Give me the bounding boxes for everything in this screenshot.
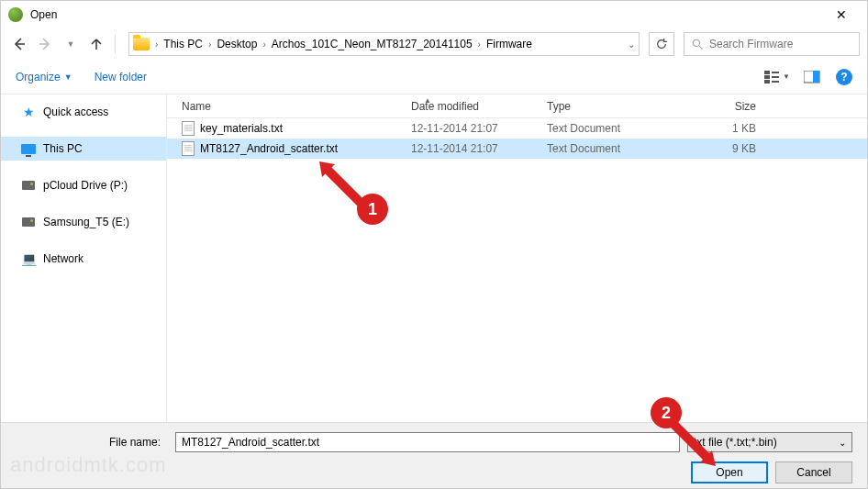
svg-rect-3 xyxy=(764,80,770,83)
file-list: ▲ Name Date modified Type Size key_mater… xyxy=(167,94,867,425)
search-placeholder: Search Firmware xyxy=(709,38,793,50)
main-area: ★ Quick access This PC pCloud Drive (P:)… xyxy=(1,94,867,425)
sidebar-label: This PC xyxy=(43,142,83,155)
sidebar-network[interactable]: 💻 Network xyxy=(1,247,166,271)
sidebar-quick-access[interactable]: ★ Quick access xyxy=(1,100,166,124)
file-name: MT8127_Android_scatter.txt xyxy=(200,142,411,155)
file-name: key_materials.txt xyxy=(200,122,411,135)
breadcrumb-part[interactable]: Desktop xyxy=(217,38,257,50)
chevron-down-icon[interactable]: ⌄ xyxy=(628,39,635,50)
column-name[interactable]: Name xyxy=(182,100,411,113)
drive-icon xyxy=(22,217,35,227)
help-button[interactable]: ? xyxy=(836,69,852,85)
sidebar-samsung-drive[interactable]: Samsung_T5 (E:) xyxy=(1,210,166,234)
column-size[interactable]: Size xyxy=(683,100,756,113)
network-icon: 💻 xyxy=(21,251,37,266)
open-button[interactable]: Open xyxy=(691,461,768,483)
breadcrumb-part[interactable]: Archos_101C_Neon_MT8127_20141105 xyxy=(272,38,473,50)
svg-rect-1 xyxy=(764,71,770,74)
filter-text: txt file (*.txt;*.bin) xyxy=(694,436,777,449)
svg-point-0 xyxy=(693,39,699,46)
app-icon xyxy=(8,7,23,22)
filetype-filter[interactable]: txt file (*.txt;*.bin) ⌄ xyxy=(687,432,852,452)
address-bar[interactable]: › This PC › Desktop › Archos_101C_Neon_M… xyxy=(128,32,640,56)
titlebar: Open ✕ xyxy=(1,1,867,28)
search-icon xyxy=(692,39,704,50)
chevron-icon[interactable]: › xyxy=(262,39,265,50)
sort-indicator-icon: ▲ xyxy=(424,96,431,105)
monitor-icon xyxy=(21,144,36,154)
text-file-icon xyxy=(182,141,195,156)
organize-button[interactable]: Organize▼ xyxy=(16,71,72,83)
file-type: Text Document xyxy=(547,142,683,155)
filename-label: File name: xyxy=(16,436,168,449)
svg-rect-8 xyxy=(813,71,819,83)
chevron-icon[interactable]: › xyxy=(478,39,481,50)
drive-icon xyxy=(22,181,35,190)
view-options-button[interactable]: ▼ xyxy=(762,66,792,88)
column-type[interactable]: Type xyxy=(547,100,683,113)
sidebar-this-pc[interactable]: This PC xyxy=(1,137,166,161)
toolbar: Organize▼ New folder ▼ ? xyxy=(1,60,867,94)
chevron-down-icon: ⌄ xyxy=(839,438,846,448)
sidebar-label: Samsung_T5 (E:) xyxy=(43,216,129,228)
refresh-button[interactable] xyxy=(649,32,674,56)
separator xyxy=(115,35,116,53)
close-button[interactable]: ✕ xyxy=(823,2,860,28)
sidebar-pcloud-drive[interactable]: pCloud Drive (P:) xyxy=(1,173,166,197)
file-row[interactable]: MT8127_Android_scatter.txt 12-11-2014 21… xyxy=(167,139,867,159)
sidebar-label: Quick access xyxy=(43,106,108,118)
forward-button[interactable] xyxy=(34,33,56,55)
sidebar: ★ Quick access This PC pCloud Drive (P:)… xyxy=(1,94,167,425)
svg-rect-4 xyxy=(772,72,779,73)
sidebar-label: Network xyxy=(43,252,83,265)
breadcrumb-part[interactable]: Firmware xyxy=(486,38,532,50)
up-button[interactable] xyxy=(85,33,107,55)
recent-dropdown[interactable]: ▼ xyxy=(60,33,82,55)
preview-pane-button[interactable] xyxy=(797,66,827,88)
svg-rect-2 xyxy=(764,75,770,79)
file-size: 1 KB xyxy=(683,122,756,135)
sidebar-label: pCloud Drive (P:) xyxy=(43,179,128,192)
chevron-icon[interactable]: › xyxy=(208,39,211,50)
text-file-icon xyxy=(182,121,195,136)
search-input[interactable]: Search Firmware xyxy=(684,32,860,56)
back-button[interactable] xyxy=(8,33,30,55)
breadcrumb-root[interactable]: This PC xyxy=(163,38,203,50)
file-date: 12-11-2014 21:07 xyxy=(411,122,547,135)
window-title: Open xyxy=(30,8,823,21)
file-type: Text Document xyxy=(547,122,683,135)
svg-rect-5 xyxy=(772,76,779,78)
svg-rect-6 xyxy=(772,81,779,83)
file-date: 12-11-2014 21:07 xyxy=(411,142,547,155)
file-row[interactable]: key_materials.txt 12-11-2014 21:07 Text … xyxy=(167,118,867,139)
filename-input[interactable] xyxy=(175,432,680,452)
watermark: androidmtk.com xyxy=(10,453,167,477)
chevron-icon[interactable]: › xyxy=(155,39,158,50)
navbar: ▼ › This PC › Desktop › Archos_101C_Neon… xyxy=(1,28,867,60)
new-folder-button[interactable]: New folder xyxy=(95,71,147,83)
column-headers: Name Date modified Type Size xyxy=(167,94,867,118)
folder-icon xyxy=(133,38,150,50)
file-size: 9 KB xyxy=(683,142,756,155)
column-date[interactable]: Date modified xyxy=(411,100,547,113)
cancel-button[interactable]: Cancel xyxy=(775,461,852,483)
star-icon: ★ xyxy=(23,105,35,119)
